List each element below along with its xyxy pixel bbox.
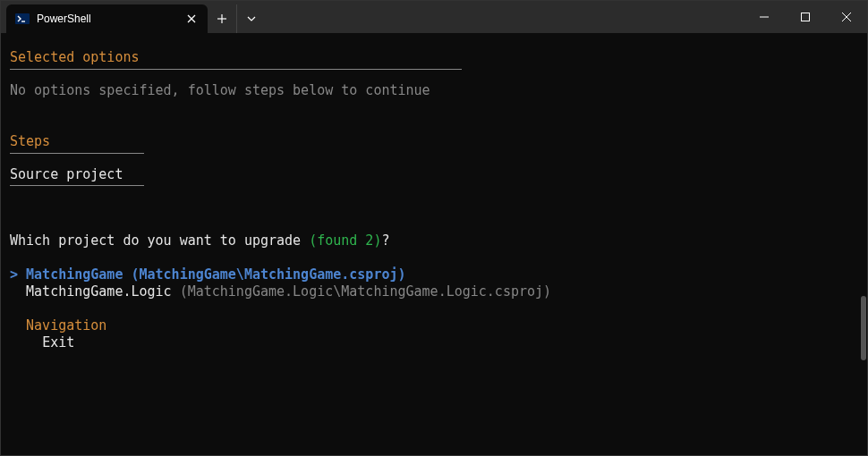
section-divider — [10, 153, 144, 154]
selected-options-header: Selected options — [10, 49, 858, 67]
minimize-button[interactable] — [744, 1, 785, 33]
new-tab-button[interactable] — [208, 4, 236, 33]
prompt-question: Which project do you want to upgrade (fo… — [10, 232, 858, 250]
svg-rect-7 — [802, 13, 810, 21]
close-button[interactable] — [826, 1, 867, 33]
navigation-header: Navigation — [10, 317, 858, 335]
titlebar: PowerShell — [1, 1, 867, 33]
steps-item: Source project — [10, 166, 858, 184]
tab-close-button[interactable] — [184, 12, 199, 26]
option-unselected[interactable]: MatchingGame.Logic (MatchingGame.Logic\M… — [10, 283, 858, 301]
scrollbar[interactable] — [861, 296, 866, 360]
option-selected[interactable]: > MatchingGame (MatchingGame\MatchingGam… — [10, 266, 858, 284]
window-controls — [744, 1, 867, 33]
powershell-icon — [15, 12, 30, 26]
tab-title: PowerShell — [37, 13, 177, 25]
navigation-exit[interactable]: Exit — [10, 334, 858, 352]
titlebar-left: PowerShell — [1, 1, 265, 33]
section-divider — [10, 69, 462, 70]
section-divider — [10, 185, 144, 186]
terminal-content: Selected options No options specified, f… — [1, 33, 867, 455]
svg-rect-0 — [15, 13, 30, 24]
dropdown-button[interactable] — [236, 4, 265, 33]
selected-options-message: No options specified, follow steps below… — [10, 82, 858, 100]
steps-header: Steps — [10, 133, 858, 151]
maximize-button[interactable] — [785, 1, 826, 33]
tab-powershell[interactable]: PowerShell — [6, 4, 208, 33]
